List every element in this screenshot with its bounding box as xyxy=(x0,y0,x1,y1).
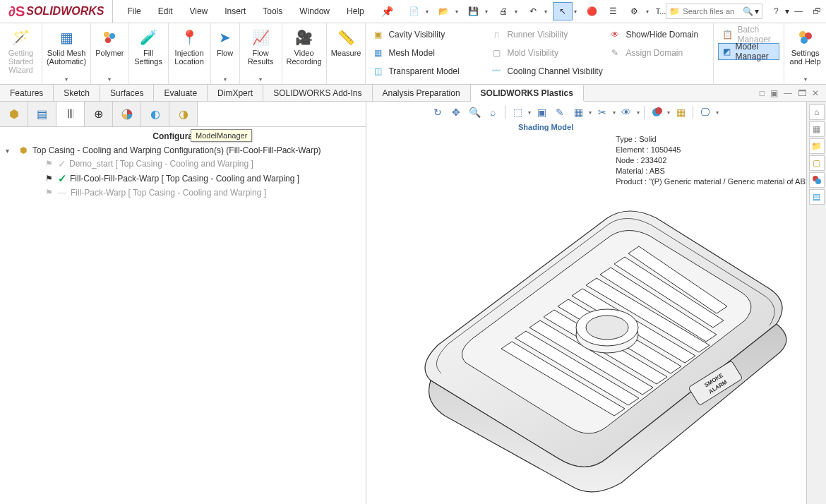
taskpane-files[interactable]: 📁 xyxy=(809,138,825,154)
tree-tab-appearance[interactable] xyxy=(113,102,141,126)
vp-render[interactable]: ▦ xyxy=(673,104,688,120)
search-icon[interactable]: 🔍 xyxy=(743,6,753,16)
chevron-down-icon[interactable]: ▾ xyxy=(259,76,262,83)
vp-view-orientation[interactable]: ⬚ xyxy=(510,104,525,120)
doc-panel-icon[interactable]: □ xyxy=(760,88,765,98)
tree-root[interactable]: ▾ ⬢ Top Casing - Cooling and Warping Con… xyxy=(6,144,360,157)
taskpane-library[interactable]: ▦ xyxy=(809,121,825,137)
vp-section[interactable]: ✎ xyxy=(552,104,568,120)
search-box[interactable]: 📁 🔍 ▾ xyxy=(666,4,762,19)
command-tabs: Features Sketch Surfaces Evaluate DimXpe… xyxy=(0,85,826,102)
tree-tab-property[interactable]: ▤ xyxy=(28,102,56,126)
rb-injection-location[interactable]: 📍 Injection Location xyxy=(169,23,211,84)
tree-tab-feature[interactable]: ⬢ xyxy=(0,102,28,126)
tab-addins[interactable]: SOLIDWORKS Add-Ins xyxy=(263,85,372,101)
rb-polymer[interactable]: Polymer ▾ xyxy=(91,23,128,84)
rb-flow-results[interactable]: 📈 Flow Results ▾ xyxy=(240,23,282,84)
viewport[interactable]: ↻ ✥ 🔍 ⌕ ⬚▾ ▣ ✎ ▦▾ ✂▾ 👁▾ ▾ ▦ 🖵▾ Shading M… xyxy=(366,102,826,504)
qat-select[interactable]: ↖ xyxy=(553,2,573,20)
tree-tab-config[interactable]: 𝄃𝄃 xyxy=(56,102,85,126)
doc-tile-icon[interactable]: ▣ xyxy=(770,88,778,98)
tab-plastics[interactable]: SOLIDWORKS Plastics xyxy=(471,85,584,102)
rb-flow[interactable]: ➤ Flow ▾ xyxy=(211,23,240,84)
vp-fullscreen[interactable]: 🖵 xyxy=(698,104,713,120)
taskpane-view[interactable]: ▢ xyxy=(809,155,825,171)
batch-manager-button[interactable]: 📋 Batch Manager xyxy=(718,26,779,43)
vp-display-style[interactable]: ▣ xyxy=(534,104,549,120)
vis-mesh-model[interactable]: ▦Mesh Model xyxy=(371,44,470,61)
rb-video[interactable]: 🎥 Video Recording xyxy=(282,23,327,84)
vp-zoom-area[interactable]: ⌕ xyxy=(485,104,501,120)
menu-help[interactable]: Help xyxy=(338,2,373,20)
tab-evaluate[interactable]: Evaluate xyxy=(154,85,208,101)
doc-close-icon[interactable]: ✕ xyxy=(812,88,819,98)
rb-settings-help[interactable]: Settings and Help ▾ xyxy=(784,23,826,84)
qat-print[interactable]: 🖨 xyxy=(493,2,513,20)
menu-file[interactable]: File xyxy=(119,2,149,20)
tree-item-fpw[interactable]: ⚑ — Fill-Pack-Warp [ Top Casing - Coolin… xyxy=(6,186,360,199)
taskpane-home[interactable]: ⌂ xyxy=(809,104,825,120)
minimize-button[interactable]: — xyxy=(789,2,808,20)
tree-content: ▾ ⬢ Top Casing - Cooling and Warping Con… xyxy=(0,141,366,202)
tab-analysis-prep[interactable]: Analysis Preparation xyxy=(373,85,471,101)
tree-item-demo[interactable]: ⚑ ✓ Demo_start [ Top Casing - Cooling an… xyxy=(6,157,360,171)
qat-new[interactable]: 📄 xyxy=(405,2,424,20)
vp-refresh[interactable]: ↻ xyxy=(430,104,445,120)
vis-runner[interactable]: ⎍Runner Visibility xyxy=(490,26,589,43)
heads-up-label: Shading Model xyxy=(518,123,573,131)
video-icon: 🎥 xyxy=(294,28,314,47)
doc-minimize-icon[interactable]: — xyxy=(784,88,792,98)
qat-list[interactable]: ☰ xyxy=(604,2,623,20)
pin-icon[interactable]: 📌 xyxy=(378,3,396,20)
chevron-down-icon[interactable]: ▾ xyxy=(108,76,111,83)
menu-insert[interactable]: Insert xyxy=(216,2,254,20)
qat-options[interactable]: ⚙ xyxy=(625,2,645,20)
vis-cooling[interactable]: 〰Cooling Channel Visibility xyxy=(490,63,602,80)
vp-edit[interactable]: ✂ xyxy=(594,104,610,120)
taskpane-appearance[interactable] xyxy=(809,172,825,188)
restore-button[interactable]: 🗗 xyxy=(808,2,826,20)
vis-cavity[interactable]: ▣Cavity Visibility xyxy=(371,26,470,43)
chevron-down-icon[interactable]: ▾ xyxy=(804,76,807,83)
rb-getting-started[interactable]: 🪄 Getting Started Wizard xyxy=(0,23,42,84)
vp-pan[interactable]: ✥ xyxy=(448,104,464,120)
qat-save[interactable]: 💾 xyxy=(464,2,484,20)
tree-tab-results[interactable]: ◑ xyxy=(169,102,198,126)
search-input[interactable] xyxy=(683,7,743,16)
menu-tools[interactable]: Tools xyxy=(254,2,291,20)
menu-edit[interactable]: Edit xyxy=(150,2,181,20)
menu-view[interactable]: View xyxy=(181,2,216,20)
vis-assign[interactable]: ✎Assign Domain xyxy=(609,44,707,61)
qat-open[interactable]: 📂 xyxy=(434,2,454,20)
tree-item-fcfpw[interactable]: ⚑ ✓ Fill-Cool-Fill-Pack-Warp [ Top Casin… xyxy=(6,171,360,186)
chevron-down-icon[interactable]: ▾ xyxy=(224,76,227,83)
menu-window[interactable]: Window xyxy=(291,2,338,20)
ruler-icon: 📏 xyxy=(336,28,356,47)
qat-rebuild[interactable]: 🔴 xyxy=(582,2,602,20)
tree-tab-dim[interactable]: ⊕ xyxy=(85,102,113,126)
vis-show-hide[interactable]: 👁Show/Hide Domain xyxy=(609,26,707,43)
tab-sketch[interactable]: Sketch xyxy=(54,85,100,101)
tree-tab-plastics[interactable]: ◐ xyxy=(141,102,169,126)
rb-solid-mesh[interactable]: ▦ Solid Mesh (Automatic) ▾ xyxy=(42,23,91,84)
vis-transparent[interactable]: ◫Transparent Model xyxy=(371,63,470,80)
tab-surfaces[interactable]: Surfaces xyxy=(100,85,154,101)
rb-measure[interactable]: 📏 Measure xyxy=(327,23,366,84)
tab-features[interactable]: Features xyxy=(0,85,54,101)
help-button[interactable]: ? xyxy=(767,2,785,20)
doc-maximize-icon[interactable]: 🗖 xyxy=(798,88,806,98)
taskpane-props[interactable]: ▤ xyxy=(809,189,825,205)
rb-fill-settings[interactable]: 🧪 Fill Settings xyxy=(129,23,169,84)
quick-access-toolbar: 📄▾ 📂▾ 💾▾ 🖨▾ ↶▾ ↖▾ 🔴 ☰ ⚙▾ T... xyxy=(405,2,666,20)
vis-mold[interactable]: ▢Mold Visibility xyxy=(490,44,589,61)
tab-dimxpert[interactable]: DimXpert xyxy=(208,85,263,101)
vp-scene[interactable]: ▦ xyxy=(570,104,586,120)
vp-zoom-fit[interactable]: 🔍 xyxy=(467,104,482,120)
vp-hide[interactable]: 👁 xyxy=(618,104,634,120)
collapse-icon[interactable]: ▾ xyxy=(6,147,14,155)
chevron-down-icon[interactable]: ▾ xyxy=(65,76,68,83)
model-manager-button[interactable]: ◩ Model Manager xyxy=(718,43,779,60)
injection-pin-icon: 📍 xyxy=(179,28,199,47)
qat-undo[interactable]: ↶ xyxy=(523,2,543,20)
vp-appearance[interactable] xyxy=(649,104,664,120)
